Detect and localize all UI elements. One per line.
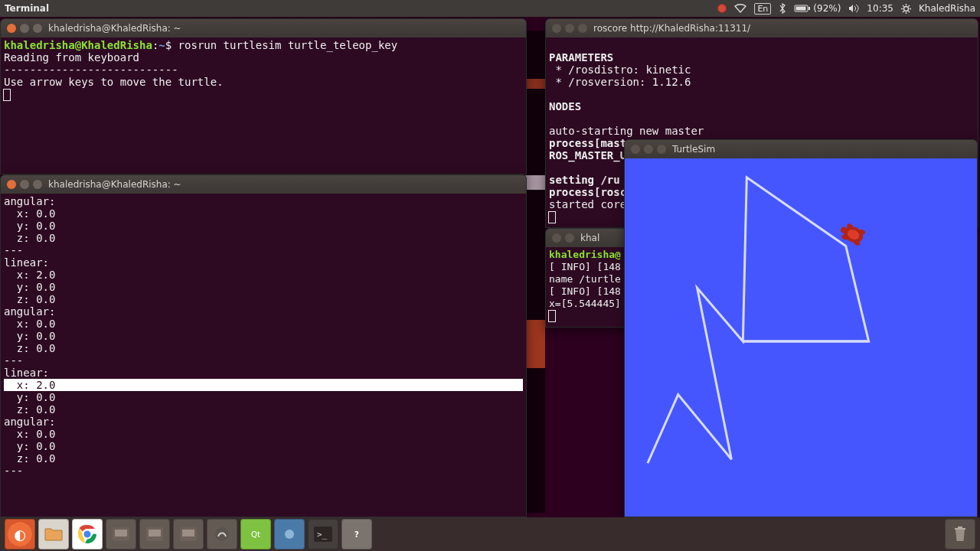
active-app-label: Terminal	[5, 3, 49, 14]
launcher-app-icon[interactable]	[207, 519, 237, 549]
svg-point-30	[285, 530, 294, 539]
launcher-terminal-icon[interactable]: >_	[308, 519, 338, 549]
gear-icon[interactable]	[901, 4, 911, 14]
launcher-help-icon[interactable]: ?	[341, 519, 372, 549]
svg-point-28	[215, 527, 229, 541]
maximize-button[interactable]	[578, 24, 587, 33]
svg-rect-27	[182, 530, 194, 536]
svg-line-10	[903, 11, 904, 12]
top-panel: Terminal En (92%) 10:35 KhaledRisha	[0, 0, 980, 17]
svg-line-11	[908, 5, 910, 7]
battery-icon[interactable]: (92%)	[794, 3, 841, 14]
close-button[interactable]	[552, 24, 561, 33]
terminal-window-turtlesim-node[interactable]: khal khaledrisha@ [ INFO] [148 name /tur…	[545, 228, 629, 328]
maximize-button[interactable]	[657, 145, 666, 154]
launcher-app-icon[interactable]	[173, 519, 204, 549]
launcher-qt-icon[interactable]: Qt	[240, 519, 271, 549]
indicator-area: En (92%) 10:35 KhaledRisha	[717, 3, 975, 15]
maximize-button[interactable]	[33, 24, 42, 33]
titlebar[interactable]: khaledrisha@KhaledRisha: ~	[1, 175, 526, 194]
minimize-button[interactable]	[20, 180, 29, 189]
svg-rect-23	[115, 530, 127, 536]
svg-line-8	[903, 5, 904, 7]
svg-rect-34	[958, 527, 962, 528]
window-title: khaledrisha@KhaledRisha: ~	[48, 179, 181, 190]
user-menu[interactable]: KhaledRisha	[919, 3, 975, 14]
terminal-output[interactable]: angular: x: 0.0 y: 0.0 z: 0.0 --- linear…	[1, 194, 526, 517]
titlebar[interactable]: khal	[546, 229, 629, 247]
minimize-button[interactable]	[644, 145, 653, 154]
cursor	[549, 212, 555, 223]
terminal-output[interactable]: khaledrisha@ [ INFO] [148 name /turtle […	[546, 247, 629, 327]
volume-icon[interactable]	[848, 4, 859, 13]
maximize-button[interactable]	[33, 180, 42, 189]
terminal-window-echo[interactable]: khaledrisha@KhaledRisha: ~ angular: x: 0…	[0, 174, 527, 517]
launcher-trash-icon[interactable]	[945, 519, 975, 549]
minimize-button[interactable]	[565, 24, 574, 33]
launcher-chrome-icon[interactable]	[72, 519, 103, 549]
svg-text:>_: >_	[317, 530, 328, 540]
window-title: roscore http://KhaledRisha:11311/	[593, 23, 750, 34]
close-button[interactable]	[7, 24, 16, 33]
close-button[interactable]	[7, 180, 16, 189]
turtlesim-window[interactable]: TurtleSim	[624, 139, 978, 517]
svg-rect-1	[796, 7, 806, 11]
launcher-app-icon[interactable]	[106, 519, 136, 549]
svg-line-9	[908, 11, 910, 12]
svg-point-3	[903, 6, 908, 11]
svg-rect-25	[149, 530, 161, 536]
keyboard-layout-indicator[interactable]: En	[754, 3, 771, 15]
launcher-files-icon[interactable]	[38, 519, 69, 549]
turtlesim-canvas[interactable]	[625, 158, 977, 517]
minimize-button[interactable]	[20, 24, 29, 33]
close-button[interactable]	[552, 233, 561, 243]
unity-launcher: ◐ Qt >_ ?	[0, 517, 980, 551]
cursor	[549, 311, 555, 321]
turtle-path	[625, 158, 977, 517]
titlebar[interactable]: roscore http://KhaledRisha:11311/	[546, 19, 978, 37]
terminal-window-teleop[interactable]: khaledrisha@KhaledRisha: ~ khaledrisha@K…	[0, 18, 527, 174]
cursor	[4, 90, 10, 100]
launcher-app-icon[interactable]	[274, 519, 305, 549]
window-title: khal	[580, 233, 599, 243]
titlebar[interactable]: TurtleSim	[625, 140, 977, 158]
wifi-icon[interactable]	[734, 4, 746, 13]
bluetooth-icon[interactable]	[779, 3, 786, 14]
clock[interactable]: 10:35	[867, 3, 893, 14]
terminal-output[interactable]: khaledrisha@KhaledRisha:~$ rosrun turtle…	[1, 37, 526, 174]
titlebar[interactable]: khaledrisha@KhaledRisha: ~	[1, 19, 526, 37]
svg-rect-33	[955, 528, 965, 530]
svg-rect-2	[808, 7, 810, 10]
record-indicator[interactable]	[717, 4, 727, 13]
close-button[interactable]	[631, 145, 640, 154]
battery-percent: (92%)	[813, 3, 841, 14]
svg-point-21	[83, 530, 92, 539]
window-title: TurtleSim	[672, 144, 715, 155]
launcher-dash-icon[interactable]: ◐	[5, 519, 35, 549]
minimize-button[interactable]	[565, 233, 574, 243]
window-title: khaledrisha@KhaledRisha: ~	[48, 23, 181, 34]
launcher-app-icon[interactable]	[139, 519, 170, 549]
